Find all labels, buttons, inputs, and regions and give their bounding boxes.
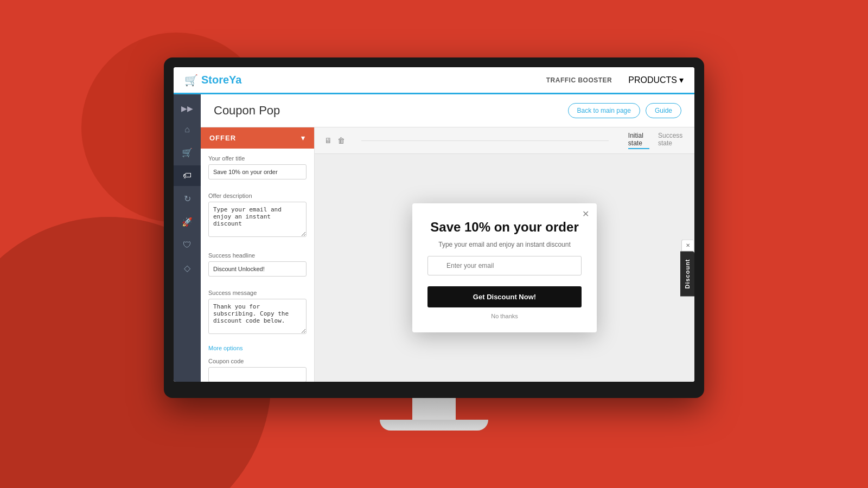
coupon-code-label: Coupon code <box>208 358 307 364</box>
topnav: 🛒 StoreYa TRAFFIC BOOSTER PRODUCTS ▾ <box>174 67 694 94</box>
diamond-icon: ◇ <box>184 263 190 273</box>
discount-tab-container: ✕ Discount <box>680 239 694 296</box>
success-message-input[interactable]: Thank you for subscribing. Copy the disc… <box>208 299 307 334</box>
left-panel: OFFER ▾ Your offer title Offer descripti… <box>201 127 315 382</box>
sidebar-item-diamond[interactable]: ◇ <box>174 258 201 279</box>
no-thanks-link[interactable]: No thanks <box>427 313 582 319</box>
offer-description-section: Offer description Type your email and en… <box>201 186 314 246</box>
popup-description: Type your email and enjoy an instant dis… <box>427 241 582 248</box>
preview-toolbar: 🖥 🗑 Initial state Success state <box>315 127 694 154</box>
tag-icon: 🏷 <box>183 171 192 181</box>
offer-description-label: Offer description <box>208 192 307 199</box>
main-area: ▶▶ ⌂ 🛒 🏷 ↻ 🚀 <box>174 94 694 382</box>
preview-canvas: ✕ Save 10% on your order Type your email… <box>315 154 694 382</box>
more-options-link[interactable]: More options <box>201 343 314 354</box>
sidebar: ▶▶ ⌂ 🛒 🏷 ↻ 🚀 <box>174 94 201 382</box>
tab-success-state[interactable]: Success state <box>658 132 686 149</box>
discount-tab[interactable]: Discount <box>680 251 694 296</box>
sidebar-item-home[interactable]: ⌂ <box>174 119 201 140</box>
desktop-icon[interactable]: 🖥 <box>323 135 333 146</box>
refresh-icon: ↻ <box>184 194 191 204</box>
toolbar-divider <box>361 140 609 141</box>
nav-links: TRAFFIC BOOSTER PRODUCTS ▾ <box>546 75 684 85</box>
products-label: PRODUCTS <box>628 75 677 85</box>
content-body: OFFER ▾ Your offer title Offer descripti… <box>201 127 694 382</box>
chevron-down-icon: ▾ <box>679 75 684 85</box>
popup-modal: ✕ Save 10% on your order Type your email… <box>412 203 597 332</box>
success-message-section: Success message Thank you for subscribin… <box>201 283 314 343</box>
page-title: Coupon Pop <box>214 104 280 118</box>
offer-expand-icon: ▾ <box>301 134 305 142</box>
get-discount-button[interactable]: Get Discount Now! <box>427 286 582 307</box>
offer-title-section: Your offer title <box>201 149 314 186</box>
offer-description-input[interactable]: Type your email and enjoy an instant dis… <box>208 202 307 237</box>
content: Coupon Pop Back to main page Guide OFFER <box>201 94 694 382</box>
monitor-stand-neck <box>412 398 456 420</box>
guide-button[interactable]: Guide <box>646 103 681 118</box>
sidebar-item-tag[interactable]: 🏷 <box>174 165 201 186</box>
preview-states: Initial state Success state <box>628 132 686 149</box>
sidebar-item-shield[interactable]: 🛡 <box>174 235 201 255</box>
success-headline-section: Success headline <box>201 246 314 283</box>
preview-area: 🖥 🗑 Initial state Success state <box>315 127 694 382</box>
page-header: Coupon Pop Back to main page Guide <box>201 94 694 127</box>
sidebar-item-refresh[interactable]: ↻ <box>174 188 201 209</box>
success-headline-input[interactable] <box>208 261 307 277</box>
coupon-code-section: Coupon code Add unique codes (optional) <box>201 354 314 382</box>
discount-tab-close[interactable]: ✕ <box>681 239 693 251</box>
logo: 🛒 StoreYa <box>184 74 241 87</box>
email-wrapper: ✉ <box>427 256 582 281</box>
products-nav[interactable]: PRODUCTS ▾ <box>628 75 684 85</box>
monitor-stand-base <box>380 420 488 431</box>
shield-icon: 🛡 <box>183 240 192 250</box>
tab-initial-state[interactable]: Initial state <box>628 132 649 149</box>
preview-icons: 🖥 🗑 <box>323 135 346 146</box>
monitor-screen: 🛒 StoreYa TRAFFIC BOOSTER PRODUCTS ▾ ▶▶ <box>174 67 694 382</box>
sidebar-item-rocket[interactable]: 🚀 <box>174 211 201 233</box>
offer-header-label: OFFER <box>209 134 236 142</box>
traffic-booster-link[interactable]: TRAFFIC BOOSTER <box>546 76 612 84</box>
success-message-label: Success message <box>208 290 307 296</box>
header-buttons: Back to main page Guide <box>568 103 681 118</box>
coupon-code-input[interactable] <box>208 367 307 382</box>
email-input[interactable] <box>427 256 582 275</box>
back-to-main-button[interactable]: Back to main page <box>568 103 640 118</box>
monitor-bezel: 🛒 StoreYa TRAFFIC BOOSTER PRODUCTS ▾ ▶▶ <box>164 57 704 398</box>
home-icon: ⌂ <box>184 125 190 134</box>
logo-text: StoreYa <box>201 74 241 86</box>
trash-icon[interactable]: 🗑 <box>336 135 346 146</box>
sidebar-toggle[interactable]: ▶▶ <box>177 100 197 117</box>
popup-title: Save 10% on your order <box>427 220 582 235</box>
offer-title-input[interactable] <box>208 164 307 179</box>
popup-close-button[interactable]: ✕ <box>582 209 589 219</box>
monitor: 🛒 StoreYa TRAFFIC BOOSTER PRODUCTS ▾ ▶▶ <box>164 57 704 431</box>
cart-icon: 🛒 <box>182 147 193 158</box>
success-headline-label: Success headline <box>208 252 307 259</box>
rocket-icon: 🚀 <box>182 217 193 227</box>
offer-title-label: Your offer title <box>208 155 307 162</box>
offer-header[interactable]: OFFER ▾ <box>201 127 314 149</box>
sidebar-item-cart[interactable]: 🛒 <box>174 142 201 163</box>
cart-icon: 🛒 <box>184 74 198 87</box>
